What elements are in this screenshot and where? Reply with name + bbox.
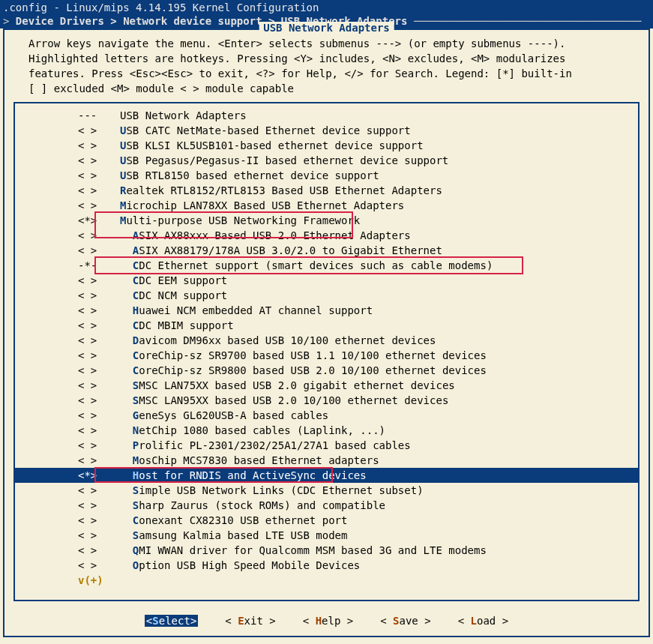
button-bar: <Select>< Exit >< Help >< Save >< Load > (10, 601, 643, 627)
tristate-bracket[interactable]: < > (78, 528, 120, 543)
menu-item[interactable]: < > SMSC LAN75XX based USB 2.0 gigabit e… (15, 378, 638, 393)
hotkey-letter: G (133, 409, 139, 421)
load-button[interactable]: < Load > (458, 615, 508, 627)
menu-item[interactable]: < > Prolific PL-2301/2302/25A1/27A1 base… (15, 438, 638, 453)
menu-item[interactable]: --- USB Network Adapters (15, 108, 638, 123)
hotkey-letter: S (133, 484, 139, 496)
tristate-bracket[interactable]: < > (78, 363, 120, 378)
tristate-bracket[interactable]: <*> (78, 468, 120, 483)
menu-item-label: ASIX AX88xxx Based USB 2.0 Ethernet Adap… (120, 228, 638, 243)
menu-item-label: Realtek RTL8152/RTL8153 Based USB Ethern… (120, 183, 638, 198)
menu-item-label: Prolific PL-2301/2302/25A1/27A1 based ca… (120, 438, 638, 453)
tristate-bracket[interactable]: < > (78, 498, 120, 513)
menu-item-label: MosChip MCS7830 based Ethernet adapters (120, 453, 638, 468)
menu-item[interactable]: < > CDC NCM support (15, 288, 638, 303)
menu-item[interactable]: < > GeneSys GL620USB-A based cables (15, 408, 638, 423)
hotkey-letter: H (133, 469, 139, 481)
menu-item-label: Sharp Zaurus (stock ROMs) and compatible (120, 498, 638, 513)
menu-item[interactable]: < > NetChip 1080 based cables (Laplink, … (15, 423, 638, 438)
menu-item[interactable]: < > CoreChip-sz SR9700 based USB 1.1 10/… (15, 348, 638, 363)
save-button[interactable]: < Save > (380, 615, 430, 627)
menu-item[interactable]: < > CDC MBIM support (15, 318, 638, 333)
tristate-bracket[interactable]: --- (78, 108, 120, 123)
tristate-bracket[interactable]: < > (78, 483, 120, 498)
menu-item[interactable]: < > Conexant CX82310 USB ethernet port (15, 513, 638, 528)
tristate-bracket[interactable]: < > (78, 558, 120, 573)
tristate-bracket[interactable]: < > (78, 198, 120, 213)
menu-item-label: USB RTL8150 based ethernet device suppor… (120, 168, 638, 183)
tristate-bracket[interactable]: < > (78, 453, 120, 468)
menu-item-label: CoreChip-sz SR9800 based USB 2.0 10/100 … (120, 363, 638, 378)
menu-list[interactable]: --- USB Network Adapters< > USB CATC Net… (13, 102, 640, 601)
menu-item[interactable]: <*> Host for RNDIS and ActiveSync device… (15, 468, 638, 483)
tristate-bracket[interactable]: < > (78, 393, 120, 408)
tristate-bracket[interactable]: < > (78, 513, 120, 528)
menu-item-label: SMSC LAN95XX based USB 2.0 10/100 ethern… (120, 393, 638, 408)
menu-item[interactable]: < > Simple USB Network Links (CDC Ethern… (15, 483, 638, 498)
tristate-bracket[interactable]: < > (78, 153, 120, 168)
tristate-bracket[interactable]: < > (78, 123, 120, 138)
menu-item[interactable]: < > USB KLSI KL5USB101-based ethernet de… (15, 138, 638, 153)
menu-item[interactable]: < > Huawei NCM embedded AT channel suppo… (15, 303, 638, 318)
tristate-bracket[interactable]: -*- (78, 258, 120, 273)
menu-item[interactable]: < > ASIX AX88xxx Based USB 2.0 Ethernet … (15, 228, 638, 243)
section-title: USB Network Adapters (259, 22, 394, 34)
hotkey-letter: M (120, 199, 126, 211)
more-indicator[interactable]: v(+) (15, 573, 638, 588)
menu-item[interactable]: <*> Multi-purpose USB Networking Framewo… (15, 213, 638, 228)
tristate-bracket[interactable]: <*> (78, 213, 120, 228)
menu-item[interactable]: < > USB Pegasus/Pegasus-II based etherne… (15, 153, 638, 168)
menu-item[interactable]: < > Realtek RTL8152/RTL8153 Based USB Et… (15, 183, 638, 198)
help-text: Arrow keys navigate the menu. <Enter> se… (10, 33, 643, 102)
tristate-bracket[interactable]: < > (78, 303, 120, 318)
menu-item[interactable]: < > USB CATC NetMate-based Ethernet devi… (15, 123, 638, 138)
menu-item[interactable]: < > MosChip MCS7830 based Ethernet adapt… (15, 453, 638, 468)
tristate-bracket[interactable]: < > (78, 438, 120, 453)
menu-item[interactable]: < > Samsung Kalmia based LTE USB modem (15, 528, 638, 543)
help-button[interactable]: < Help > (303, 615, 353, 627)
hotkey-letter: C (133, 274, 139, 286)
tristate-bracket[interactable]: < > (78, 408, 120, 423)
tristate-bracket[interactable]: < > (78, 228, 120, 243)
menu-item[interactable]: < > SMSC LAN95XX based USB 2.0 10/100 et… (15, 393, 638, 408)
tristate-bracket[interactable]: < > (78, 138, 120, 153)
exit-button[interactable]: < Exit > (225, 615, 275, 627)
tristate-bracket[interactable]: < > (78, 273, 120, 288)
menu-item[interactable]: < > QMI WWAN driver for Qualcomm MSM bas… (15, 543, 638, 558)
hotkey-letter: C (133, 514, 139, 526)
tristate-bracket[interactable]: < > (78, 348, 120, 363)
menu-item[interactable]: < > Davicom DM96xx based USB 10/100 ethe… (15, 333, 638, 348)
menu-item-label: USB KLSI KL5USB101-based ethernet device… (120, 138, 638, 153)
menu-item-label: Microchip LAN78XX Based USB Ethernet Ada… (120, 198, 638, 213)
outer-frame: USB Network Adapters Arrow keys navigate… (3, 28, 650, 637)
menu-item[interactable]: < > Sharp Zaurus (stock ROMs) and compat… (15, 498, 638, 513)
tristate-bracket[interactable]: < > (78, 423, 120, 438)
hotkey-letter: Q (133, 544, 139, 556)
menu-item-label: USB Network Adapters (120, 108, 638, 123)
menu-item[interactable]: < > ASIX AX88179/178A USB 3.0/2.0 to Gig… (15, 243, 638, 258)
select-button[interactable]: <Select> (145, 615, 198, 627)
menu-item-label: NetChip 1080 based cables (Laplink, ...) (120, 423, 638, 438)
hotkey-letter: S (152, 615, 158, 627)
menu-item[interactable]: < > Microchip LAN78XX Based USB Ethernet… (15, 198, 638, 213)
menu-item[interactable]: < > CDC EEM support (15, 273, 638, 288)
menu-item-label: SMSC LAN75XX based USB 2.0 gigabit ether… (120, 378, 638, 393)
hotkey-letter: C (133, 349, 139, 361)
menu-item-label: CDC MBIM support (120, 318, 638, 333)
menu-item-label: Multi-purpose USB Networking Framework (120, 213, 638, 228)
menu-item[interactable]: < > CoreChip-sz SR9800 based USB 2.0 10/… (15, 363, 638, 378)
tristate-bracket[interactable]: < > (78, 243, 120, 258)
tristate-bracket[interactable]: < > (78, 183, 120, 198)
hotkey-letter: C (133, 289, 139, 301)
tristate-bracket[interactable]: < > (78, 543, 120, 558)
tristate-bracket[interactable]: < > (78, 288, 120, 303)
tristate-bracket[interactable]: < > (78, 318, 120, 333)
tristate-bracket[interactable]: < > (78, 333, 120, 348)
tristate-bracket[interactable]: < > (78, 168, 120, 183)
hotkey-letter: H (316, 615, 322, 627)
menu-item[interactable]: < > Option USB High Speed Mobile Devices (15, 558, 638, 573)
menu-item[interactable]: -*- CDC Ethernet support (smart devices … (15, 258, 638, 273)
tristate-bracket[interactable]: < > (78, 378, 120, 393)
menu-item[interactable]: < > USB RTL8150 based ethernet device su… (15, 168, 638, 183)
menu-item-label: Davicom DM96xx based USB 10/100 ethernet… (120, 333, 638, 348)
